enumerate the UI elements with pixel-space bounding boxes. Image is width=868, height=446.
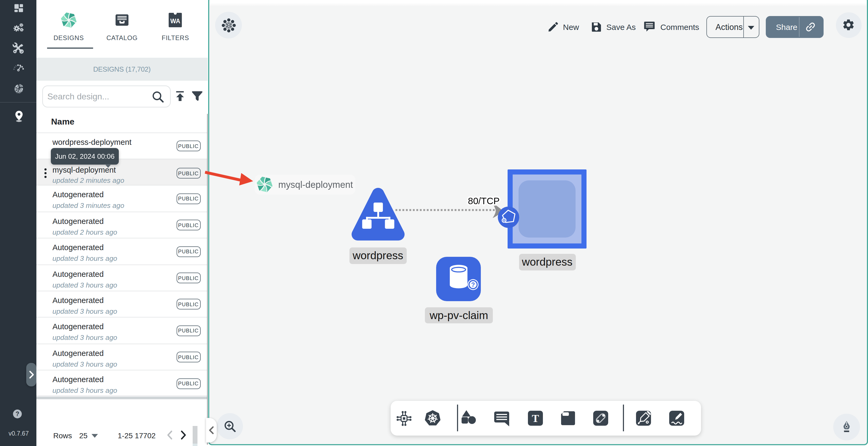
svg-text:mysql-deployment: mysql-deployment [278,179,353,190]
svg-text:?: ? [471,281,475,288]
svg-text:80/TCP: 80/TCP [468,196,500,206]
